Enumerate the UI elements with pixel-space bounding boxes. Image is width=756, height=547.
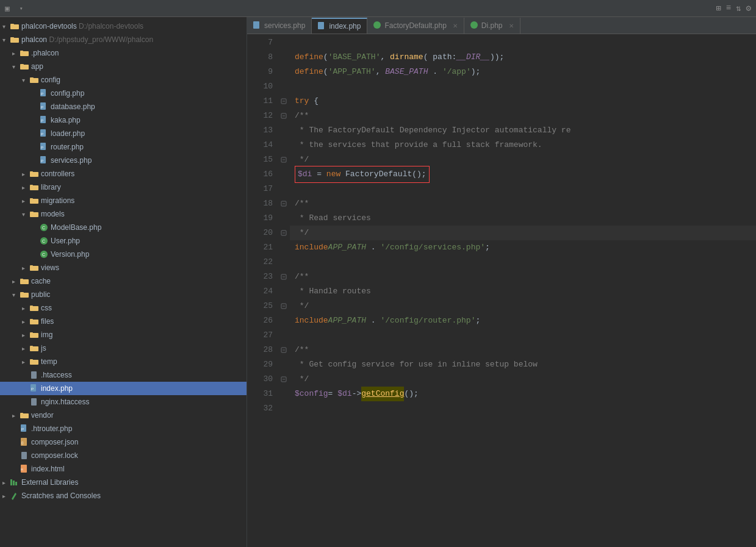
gutter-12[interactable] xyxy=(278,109,290,123)
tree-label: files xyxy=(41,317,247,326)
tree-item-.htaccess[interactable]: .htaccess xyxy=(0,368,247,382)
tab-close-di[interactable]: ✕ xyxy=(509,23,514,29)
tree-item-index.html[interactable]: Hindex.html xyxy=(0,462,247,476)
line-num-18: 18 xyxy=(247,196,273,211)
arrow-open: ▾ xyxy=(2,23,10,30)
svg-point-70 xyxy=(373,21,381,29)
tree-item-database.php[interactable]: Pdatabase.php xyxy=(0,100,247,113)
code-line-26: include APP_PATH . '/config/router.php'; xyxy=(290,313,756,328)
tree-item-scratches[interactable]: ▸Scratches and Consoles xyxy=(0,489,247,502)
code-line-20: */ xyxy=(290,226,756,240)
svg-rect-39 xyxy=(20,279,29,284)
file-icon-css xyxy=(29,303,39,313)
grid-icon[interactable]: ⊞ xyxy=(716,3,721,13)
tab-icon-di xyxy=(470,21,478,30)
tree-item-index.php[interactable]: Pindex.php xyxy=(0,382,247,395)
tree-item-img[interactable]: ▸img xyxy=(0,328,247,341)
code-line-8: define('BASE_PATH', dirname( path: __DIR… xyxy=(290,50,756,65)
tree-item-phalcon-devtools[interactable]: ▾phalcon-devtools D:/phalcon-devtools xyxy=(0,20,247,33)
list-icon[interactable]: ≡ xyxy=(726,3,731,13)
gutter-28[interactable] xyxy=(278,343,290,357)
tree-item-views[interactable]: ▸views xyxy=(0,261,247,274)
file-icon-scratches xyxy=(10,491,20,501)
gutter-18[interactable] xyxy=(278,196,290,211)
tree-item-vendor[interactable]: ▸vendor xyxy=(0,409,247,422)
arrow-closed: ▸ xyxy=(2,493,10,499)
tree-item-config.php[interactable]: Pconfig.php xyxy=(0,87,247,100)
settings-icon[interactable]: ⚙ xyxy=(746,3,751,13)
gutter xyxy=(278,34,290,547)
tab-index[interactable]: index.php xyxy=(312,18,367,34)
line-num-31: 31 xyxy=(247,387,273,401)
gutter-23[interactable] xyxy=(278,270,290,284)
file-tree: ▾phalcon-devtools D:/phalcon-devtools▾ph… xyxy=(0,17,247,547)
gutter-26 xyxy=(278,313,290,328)
svg-rect-1 xyxy=(10,24,19,29)
arrow-closed: ▸ xyxy=(22,318,29,325)
code-line-7 xyxy=(290,35,756,50)
code-content[interactable]: define('BASE_PATH', dirname( path: __DIR… xyxy=(290,34,756,547)
gutter-25[interactable] xyxy=(278,299,290,313)
arrow-open: ▾ xyxy=(12,291,20,298)
gutter-11[interactable] xyxy=(278,94,290,109)
tree-item-app[interactable]: ▾app xyxy=(0,60,247,73)
tree-item-User.php[interactable]: CUser.php xyxy=(0,234,247,248)
file-icon-temp xyxy=(29,357,39,366)
tree-item-files[interactable]: ▸files xyxy=(0,315,247,328)
tree-item-.htrouter.php[interactable]: P.htrouter.php xyxy=(0,422,247,435)
tree-label: services.php xyxy=(51,156,247,165)
tree-item-public[interactable]: ▾public xyxy=(0,288,247,301)
tree-label: router.php xyxy=(51,143,247,151)
svg-text:{}: {} xyxy=(21,441,24,445)
tree-label: .phalcon xyxy=(31,49,247,57)
tree-item-loader.php[interactable]: Ploader.php xyxy=(0,127,247,140)
code-line-31: $config = $di->getConfig(); xyxy=(290,387,756,401)
code-line-30: */ xyxy=(290,372,756,387)
tree-item-ModelBase.php[interactable]: CModelBase.php xyxy=(0,221,247,234)
tree-item-css[interactable]: ▸css xyxy=(0,301,247,315)
gutter-20[interactable] xyxy=(278,226,290,240)
svg-point-71 xyxy=(470,21,478,29)
tree-item-phalcon[interactable]: ▾phalcon D:/phpstudy_pro/WWW/phalcon xyxy=(0,33,247,46)
tree-label: .htaccess xyxy=(41,371,247,379)
tree-label: js xyxy=(41,344,247,352)
code-line-14: * the services that provide a full stack… xyxy=(290,138,756,152)
tree-item-phalcon-folder[interactable]: ▸.phalcon xyxy=(0,46,247,60)
code-line-18: /** xyxy=(290,196,756,211)
sort-icon[interactable]: ⇅ xyxy=(736,3,741,13)
tree-item-library[interactable]: ▸library xyxy=(0,181,247,194)
gutter-30[interactable] xyxy=(278,372,290,387)
dropdown-arrow[interactable]: ▾ xyxy=(20,5,23,12)
svg-rect-57 xyxy=(20,413,29,418)
tree-item-nginx.htaccess[interactable]: nginx.htaccess xyxy=(0,395,247,409)
tab-label-index: index.php xyxy=(329,22,361,30)
tree-item-controllers[interactable]: ▸controllers xyxy=(0,167,247,181)
tab-close-factory[interactable]: ✕ xyxy=(453,23,458,29)
tab-services[interactable]: services.php xyxy=(247,18,312,34)
gutter-8 xyxy=(278,50,290,65)
tree-item-Version.php[interactable]: CVersion.php xyxy=(0,248,247,261)
tree-item-models[interactable]: ▾models xyxy=(0,207,247,221)
svg-rect-5 xyxy=(20,51,29,56)
tree-item-composer.lock[interactable]: composer.lock xyxy=(0,449,247,462)
tree-item-composer.json[interactable]: {}composer.json xyxy=(0,435,247,449)
file-icon-external-libraries xyxy=(10,477,20,487)
gutter-15[interactable] xyxy=(278,152,290,167)
tree-item-config[interactable]: ▾config xyxy=(0,73,247,87)
gutter-21 xyxy=(278,240,290,255)
tree-item-js[interactable]: ▸js xyxy=(0,341,247,355)
tree-item-temp[interactable]: ▸temp xyxy=(0,355,247,368)
tree-item-kaka.php[interactable]: Pkaka.php xyxy=(0,113,247,127)
tree-item-external-libraries[interactable]: ▸External Libraries xyxy=(0,476,247,489)
line-num-25: 25 xyxy=(247,299,273,313)
tree-label: config.php xyxy=(51,89,247,98)
arrow-closed: ▸ xyxy=(12,412,20,419)
tree-item-services.php[interactable]: Pservices.php xyxy=(0,154,247,167)
svg-rect-69 xyxy=(318,22,324,29)
svg-rect-55 xyxy=(31,398,37,406)
tab-factory[interactable]: FactoryDefault.php✕ xyxy=(367,18,464,34)
tree-item-router.php[interactable]: Prouter.php xyxy=(0,140,247,154)
tree-item-migrations[interactable]: ▸migrations xyxy=(0,194,247,207)
tree-item-cache[interactable]: ▸cache xyxy=(0,274,247,288)
tab-di[interactable]: Di.php✕ xyxy=(464,18,520,34)
